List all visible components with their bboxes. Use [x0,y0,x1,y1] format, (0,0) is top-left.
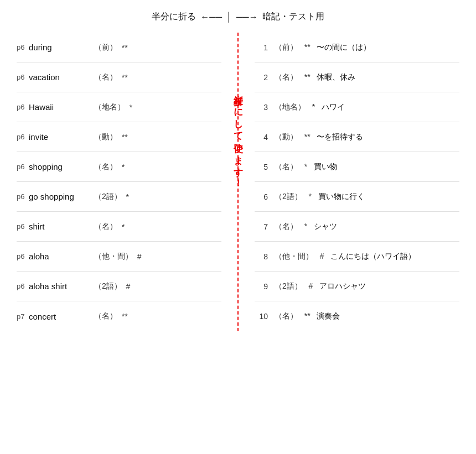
word-meaning: 〜を招待する [313,132,364,141]
left-vocab-row: p6 go shopping （2語） * [17,182,221,212]
word-type: （2語） [92,281,122,291]
right-word-type: （名） [275,72,298,81]
right-content: （名） ** 休暇、休み [268,72,459,82]
right-word-type: （動） [275,132,298,141]
main-layout: p6 during （前） ** p6 vacation （名） ** p6 H… [17,33,459,331]
right-word-stars: ** [302,72,311,81]
word-meaning: 休暇、休み [313,72,356,81]
left-vocab-row: p6 invite （動） ** [17,122,221,152]
page-number: p6 [17,73,29,81]
word-meaning: 演奏会 [313,311,340,320]
page-number: p6 [17,133,29,141]
word-stars: * [120,222,125,231]
word-type: （動） [92,132,117,142]
right-vocab-row: 6 （2語） * 買い物に行く [255,182,459,212]
left-vocab-row: p6 shirt （名） * [17,212,221,242]
word-stars: ** [120,73,128,82]
left-vocab-row: p6 during （前） ** [17,33,221,62]
left-vocab-row: p6 vacation （名） ** [17,62,221,92]
word-type: （前） [92,43,117,53]
right-content: （名） * 買い物 [268,162,459,172]
right-vocab-row: 1 （前） ** 〜の間に（は） [255,33,459,62]
right-content: （名） ** 演奏会 [268,311,459,321]
word-meaning: 買い物 [309,162,337,171]
page-number: p6 [17,43,29,51]
item-number: 6 [255,192,268,201]
word-term: go shopping [29,192,90,201]
left-vocab-row: p6 Hawaii （地名） * [17,92,221,122]
right-word-type: （2語） [275,192,302,201]
right-word-type: （地名） [275,102,306,111]
page-number: p6 [17,103,29,111]
right-content: （2語） * 買い物に行く [268,192,459,202]
right-vocab-row: 2 （名） ** 休暇、休み [255,62,459,92]
page-number: p7 [17,312,29,321]
item-number: 3 [255,103,268,112]
item-number: 10 [255,312,268,321]
right-word-stars: # [307,281,313,290]
center-divider: 縦折りにして使います！ [221,33,255,331]
word-type: （地名） [92,102,125,112]
vertical-text: 縦折りにして使います！ [232,88,244,183]
right-content: （地名） * ハワイ [268,102,459,112]
right-word-type: （他・間） [275,252,313,260]
word-stars: ** [120,312,128,321]
right-word-type: （名） [275,222,298,231]
memo-label: 暗記・テスト用 [262,11,324,23]
right-content: （動） ** 〜を招待する [268,132,459,142]
right-word-type: （2語） [275,281,302,290]
word-type: （名） [92,222,117,232]
right-word-stars: * [302,222,307,231]
word-type: （名） [92,162,117,172]
word-meaning: こんにちは（ハワイ語） [326,252,416,260]
right-content: （他・間） # こんにちは（ハワイ語） [268,252,459,262]
right-word-type: （前） [275,43,298,51]
page-number: p6 [17,222,29,231]
word-term: vacation [29,72,90,82]
word-stars: * [124,192,129,201]
word-term: concert [29,312,90,321]
word-stars: ** [120,133,128,142]
left-vocab-row: p6 shopping （名） * [17,152,221,182]
fold-label: 半分に折る [152,11,196,23]
item-number: 9 [255,282,268,291]
right-word-stars: * [302,162,307,171]
right-word-type: （名） [275,162,298,171]
right-word-stars: ** [302,311,311,320]
right-vocab-row: 7 （名） * シャツ [255,212,459,242]
right-vocab-row: 9 （2語） # アロハシャツ [255,272,459,301]
word-meaning: 〜の間に（は） [313,43,371,51]
right-vocab-row: 5 （名） * 買い物 [255,152,459,182]
right-vocab-row: 3 （地名） * ハワイ [255,92,459,122]
word-meaning: 買い物に行く [314,192,365,201]
word-meaning: アロハシャツ [315,281,366,290]
right-content: （前） ** 〜の間に（は） [268,43,459,53]
item-number: 5 [255,163,268,171]
word-term: during [29,43,90,52]
word-term: shopping [29,162,90,171]
word-type: （名） [92,72,117,82]
page-number: p6 [17,282,29,290]
right-word-stars: ** [302,132,311,141]
word-stars: ** [120,43,128,52]
right-vocab-row: 8 （他・間） # こんにちは（ハワイ語） [255,242,459,272]
word-stars: # [135,252,142,261]
item-number: 2 [255,73,268,82]
page-number: p6 [17,163,29,171]
left-vocab-row: p6 aloha shirt （2語） # [17,272,221,301]
word-type: （他・間） [92,252,133,262]
word-term: aloha [29,252,90,261]
word-type: （名） [92,311,117,321]
right-vocab-row: 4 （動） ** 〜を招待する [255,122,459,152]
left-vocab-row: p7 concert （名） ** [17,301,221,331]
page-header: 半分に折る ←── │ ──→ 暗記・テスト用 [17,11,459,23]
divider: │ [226,12,232,22]
item-number: 7 [255,222,268,231]
right-word-stars: ** [302,43,311,51]
left-column: p6 during （前） ** p6 vacation （名） ** p6 H… [17,33,221,331]
page-number: p6 [17,192,29,201]
word-term: aloha shirt [29,281,90,291]
item-number: 8 [255,252,268,261]
word-stars: # [124,282,131,291]
word-meaning: シャツ [309,222,337,231]
